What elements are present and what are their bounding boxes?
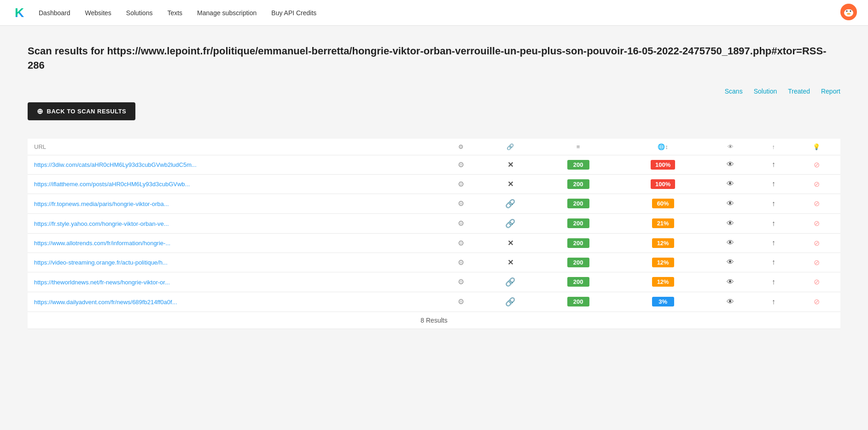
nav-solutions[interactable]: Solutions	[126, 9, 153, 17]
ban-icon[interactable]: ⊘	[814, 239, 820, 247]
gear-icon[interactable]: ⚙	[458, 200, 464, 207]
up-arrow-icon[interactable]: ↑	[772, 200, 775, 207]
eye-icon: 👁	[728, 143, 734, 150]
settings-cell: ⚙	[438, 174, 483, 194]
tab-solution[interactable]: Solution	[754, 88, 777, 95]
tab-treated[interactable]: Treated	[788, 88, 810, 95]
ban-cell: ⊘	[793, 213, 840, 233]
logo[interactable]: K	[11, 5, 28, 21]
ban-icon[interactable]: ⊘	[814, 161, 820, 169]
percent-cell: 12%	[619, 272, 707, 292]
link-cell: ✕	[484, 155, 537, 174]
table-row: https://3diw.com/cats/aHR0cHM6Ly93d3cubG…	[28, 155, 840, 174]
url-link[interactable]: https://fr.style.yahoo.com/hongrie-vikto…	[34, 220, 169, 227]
tab-report[interactable]: Report	[821, 88, 840, 95]
url-link[interactable]: https://fr.topnews.media/paris/hongrie-v…	[34, 200, 169, 207]
up-arrow-icon[interactable]: ↑	[772, 219, 775, 227]
percent-badge: 12%	[652, 238, 674, 248]
ban-icon[interactable]: ⊘	[814, 219, 820, 227]
svg-point-6	[847, 13, 851, 15]
up-cell: ↑	[754, 292, 793, 312]
url-link[interactable]: https://3diw.com/cats/aHR0cHM6Ly93d3cubG…	[34, 161, 197, 168]
url-link[interactable]: https://www.dailyadvent.com/fr/news/689f…	[34, 299, 177, 306]
view-cell: 👁	[707, 272, 754, 292]
eye-icon[interactable]: 👁	[727, 278, 734, 286]
url-link[interactable]: https://video-streaming.orange.fr/actu-p…	[34, 259, 168, 266]
table-row: https://www.allotrends.com/fr/informatio…	[28, 233, 840, 253]
gear-icon[interactable]: ⚙	[458, 239, 464, 247]
gear-icon[interactable]: ⚙	[458, 298, 464, 306]
nav-manage-subscription[interactable]: Manage subscription	[197, 9, 256, 17]
ban-icon[interactable]: ⊘	[814, 278, 820, 286]
table-row: https://fr.topnews.media/paris/hongrie-v…	[28, 194, 840, 213]
back-button-label: BACK TO SCAN RESULTS	[47, 108, 127, 115]
eye-icon[interactable]: 👁	[727, 239, 734, 247]
link-cell: ✕	[484, 174, 537, 194]
status-cell: 200	[537, 155, 619, 174]
tab-scans[interactable]: Scans	[725, 88, 743, 95]
eye-icon[interactable]: 👁	[727, 219, 734, 227]
status-badge: 200	[567, 160, 589, 170]
eye-icon[interactable]: 👁	[727, 160, 734, 168]
view-cell: 👁	[707, 194, 754, 213]
gear-icon[interactable]: ⚙	[458, 161, 464, 169]
status-cell: 200	[537, 194, 619, 213]
link-red-icon: 🔗	[505, 297, 515, 306]
up-arrow-icon[interactable]: ↑	[772, 258, 775, 266]
link-green-icon: 🔗	[505, 219, 515, 228]
settings-cell: ⚙	[438, 213, 483, 233]
percent-badge: 100%	[651, 160, 675, 170]
url-link[interactable]: https://www.allotrends.com/fr/informatio…	[34, 240, 170, 247]
user-avatar-icon[interactable]	[840, 4, 857, 20]
percent-badge: 12%	[652, 258, 674, 267]
percent-badge: 12%	[652, 277, 674, 287]
gear-icon[interactable]: ⚙	[458, 278, 464, 286]
status-badge: 200	[567, 199, 589, 208]
ban-icon[interactable]: ⊘	[814, 180, 820, 188]
url-link[interactable]: https://iflattheme.com/posts/aHR0cHM6Ly9…	[34, 181, 190, 188]
up-cell: ↑	[754, 174, 793, 194]
up-arrow-icon[interactable]: ↑	[772, 160, 775, 168]
percent-badge: 60%	[652, 199, 674, 208]
eye-icon[interactable]: 👁	[727, 258, 734, 266]
gear-icon[interactable]: ⚙	[458, 219, 464, 227]
ban-cell: ⊘	[793, 194, 840, 213]
ban-icon[interactable]: ⊘	[814, 259, 820, 266]
nav-websites[interactable]: Websites	[85, 9, 111, 17]
eye-icon[interactable]: 👁	[727, 298, 734, 306]
up-cell: ↑	[754, 213, 793, 233]
eye-icon[interactable]: 👁	[727, 200, 734, 207]
tab-links: Scans Solution Treated Report	[28, 88, 840, 95]
eye-icon[interactable]: 👁	[727, 180, 734, 188]
ban-cell: ⊘	[793, 272, 840, 292]
col-header-view: 👁	[707, 139, 754, 155]
up-arrow-icon[interactable]: ↑	[772, 298, 775, 306]
view-cell: 👁	[707, 155, 754, 174]
up-cell: ↑	[754, 272, 793, 292]
status-cell: 200	[537, 292, 619, 312]
table-row: https://fr.style.yahoo.com/hongrie-vikto…	[28, 213, 840, 233]
url-link[interactable]: https://theworldnews.net/fr-news/hongrie…	[34, 279, 170, 286]
gear-icon[interactable]: ⚙	[458, 259, 464, 266]
gear-icon: ⚙	[458, 143, 464, 150]
percent-cell: 100%	[619, 174, 707, 194]
nav-dashboard[interactable]: Dashboard	[39, 9, 70, 17]
up-arrow-icon[interactable]: ↑	[772, 180, 775, 188]
gear-icon[interactable]: ⚙	[458, 180, 464, 188]
col-header-text: ≡	[537, 139, 619, 155]
view-cell: 👁	[707, 292, 754, 312]
ban-icon[interactable]: ⊘	[814, 298, 820, 306]
ban-icon[interactable]: ⊘	[814, 200, 820, 207]
back-to-scan-results-button[interactable]: ⊕ BACK TO SCAN RESULTS	[28, 102, 135, 120]
ban-cell: ⊘	[793, 174, 840, 194]
status-cell: 200	[537, 233, 619, 253]
up-arrow-icon[interactable]: ↑	[772, 239, 775, 247]
up-arrow-icon[interactable]: ↑	[772, 278, 775, 286]
results-count: 8 Results	[28, 312, 840, 329]
settings-cell: ⚙	[438, 272, 483, 292]
status-badge: 200	[567, 238, 589, 248]
settings-cell: ⚙	[438, 253, 483, 272]
nav-buy-api-credits[interactable]: Buy API Credits	[271, 9, 316, 17]
text-icon: ≡	[577, 143, 580, 150]
nav-texts[interactable]: Texts	[167, 9, 182, 17]
